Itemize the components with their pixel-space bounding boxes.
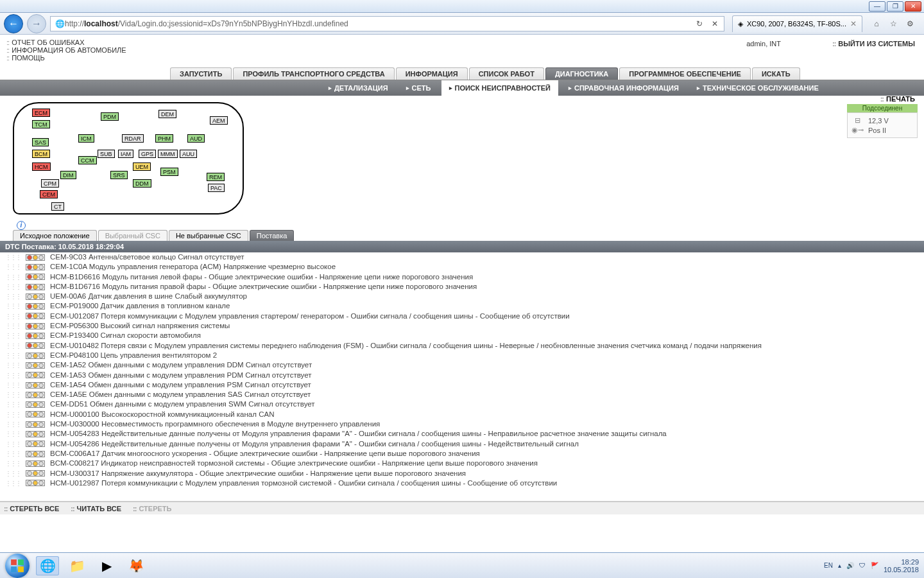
sub-tab-1[interactable]: СЕТЬ — [398, 80, 439, 96]
dtc-row[interactable]: ⋮⋮⋮HCM-B1D6716 Модуль питания правой фар… — [0, 282, 924, 292]
module-auu[interactable]: AUU — [180, 150, 197, 158]
module-dem[interactable]: DEM — [158, 110, 176, 118]
tray-clock[interactable]: 18:2910.05.2018 — [884, 558, 919, 574]
dtc-row[interactable]: ⋮⋮⋮BCM-C008217 Индикатор неисправностей … — [0, 459, 924, 468]
module-cpm[interactable]: CPM — [41, 179, 59, 188]
network-diagram[interactable]: ECMPDMDEMAEMTCMICMRDARPHMAUDSASSUBIAMGPS… — [13, 102, 244, 215]
home-icon[interactable]: ⌂ — [871, 19, 882, 29]
tray-flag-icon[interactable]: ▴ — [838, 562, 841, 569]
read-all-button[interactable]: ЧИТАТЬ ВСЕ — [71, 505, 121, 512]
module-dim[interactable]: DIM — [60, 171, 76, 179]
forward-button[interactable]: → — [27, 14, 46, 33]
module-rdar[interactable]: RDAR — [122, 134, 144, 143]
module-psm[interactable]: PSM — [160, 168, 178, 176]
refresh-icon[interactable]: ↻ — [694, 19, 705, 29]
main-tab-1[interactable]: ПРОФИЛЬ ТРАНСПОРТНОГО СРЕДСТВА — [233, 67, 394, 80]
module-srs[interactable]: SRS — [110, 171, 128, 179]
dtc-row[interactable]: ⋮⋮⋮HCM-U000100 Высокоскоростной коммуник… — [0, 410, 924, 419]
favorite-icon[interactable]: ☆ — [888, 19, 898, 29]
tray-network-icon[interactable]: 🔊 — [846, 562, 854, 569]
logout-link[interactable]: ВЫЙТИ ИЗ СИСТЕМЫ — [832, 40, 915, 48]
erase-all-button[interactable]: СТЕРЕТЬ ВСЕ — [4, 505, 59, 512]
module-ccm[interactable]: CCM — [78, 156, 97, 164]
module-iam[interactable]: IAM — [118, 150, 133, 158]
maximize-button[interactable]: ❐ — [887, 1, 903, 12]
main-tab-4[interactable]: ДИАГНОСТИКА — [545, 67, 618, 80]
start-button[interactable] — [5, 554, 30, 578]
dtc-row[interactable]: ⋮⋮⋮CEM-1A52 Обмен данными с модулем упра… — [0, 360, 924, 370]
stop-icon[interactable]: ✕ — [710, 19, 720, 29]
explorer-taskbar-icon[interactable]: 📁 — [65, 556, 89, 575]
close-button[interactable]: ✕ — [905, 1, 921, 12]
address-bar[interactable]: 🌐 http://localhost/Vida/Login.do;jsessio… — [50, 16, 724, 31]
ie-taskbar-icon[interactable]: 🌐 — [36, 556, 59, 575]
dtc-list[interactable]: ⋮⋮⋮CEM-9C03 Антенна/световое кольцо Сигн… — [0, 252, 924, 502]
back-button[interactable]: ← — [4, 14, 23, 33]
browser-tab[interactable]: ◈ XC90, 2007, B6324S, TF-80S... ✕ — [732, 15, 862, 32]
module-gps[interactable]: GPS — [139, 150, 156, 158]
dtc-row[interactable]: ⋮⋮⋮CEM-1A5E Обмен данными с модулем упра… — [0, 390, 924, 399]
module-tcm[interactable]: TCM — [32, 120, 50, 128]
dtc-row[interactable]: ⋮⋮⋮ECM-P019000 Датчик давления в топливн… — [0, 301, 924, 311]
module-aem[interactable]: AEM — [210, 116, 228, 125]
module-uem[interactable]: UEM — [133, 162, 151, 171]
module-hcm[interactable]: HCM — [32, 162, 51, 171]
dtc-row[interactable]: ⋮⋮⋮HCM-U054286 Недействительные данные п… — [0, 439, 924, 449]
module-ct[interactable]: CT — [51, 202, 64, 211]
sub-tab-2[interactable]: ПОИСК НЕИСПРАВНОСТЕЙ — [441, 80, 559, 96]
csc-tab-1[interactable]: Выбранный CSC — [98, 230, 167, 241]
dtc-row[interactable]: ⋮⋮⋮ECM-U010482 Потеря связи с Модулем уп… — [0, 341, 924, 351]
tray-icon2[interactable]: 🚩 — [871, 562, 878, 569]
sub-tab-3[interactable]: СПРАВОЧНАЯ ИНФОРМАЦИЯ — [561, 80, 687, 96]
dtc-row[interactable]: ⋮⋮⋮UEM-00A6 Датчик давления в шине Слабы… — [0, 292, 924, 301]
csc-tab-0[interactable]: Исходное положение — [13, 230, 97, 241]
info-icon[interactable]: i — [17, 221, 26, 230]
dtc-row[interactable]: ⋮⋮⋮CEM-9C03 Антенна/световое кольцо Сигн… — [0, 252, 924, 262]
dtc-row[interactable]: ⋮⋮⋮BCM-C006A17 Датчик многоосного ускоре… — [0, 449, 924, 459]
module-mmm[interactable]: MMM — [158, 150, 178, 158]
tray-lang[interactable]: EN — [824, 562, 833, 569]
minimize-button[interactable]: — — [869, 1, 886, 12]
module-ecm[interactable]: ECM — [32, 109, 50, 117]
module-pdm[interactable]: PDM — [101, 112, 119, 121]
wmp-taskbar-icon[interactable]: ▶ — [95, 556, 118, 575]
dtc-row[interactable]: ⋮⋮⋮CEM-1C0A Модуль управления генератора… — [0, 262, 924, 272]
module-bcm[interactable]: BCM — [32, 150, 50, 158]
module-sas[interactable]: SAS — [32, 138, 49, 146]
dtc-row[interactable]: ⋮⋮⋮HCM-U012987 Потеря коммуникации с Мод… — [0, 478, 924, 488]
dtc-row[interactable]: ⋮⋮⋮CEM-DD51 Обмен данными с модулем упра… — [0, 399, 924, 409]
dtc-row[interactable]: ⋮⋮⋮HCM-U030000 Несовместимость программн… — [0, 419, 924, 429]
dtc-row[interactable]: ⋮⋮⋮ECM-P048100 Цепь управления вентилято… — [0, 351, 924, 360]
main-tab-0[interactable]: ЗАПУСТИТЬ — [170, 67, 232, 80]
csc-tab-3[interactable]: Поставка — [250, 230, 295, 241]
dtc-row[interactable]: ⋮⋮⋮HCM-U054283 Недействительные данные п… — [0, 429, 924, 439]
module-sub[interactable]: SUB — [98, 150, 115, 158]
dtc-row[interactable]: ⋮⋮⋮CEM-1A53 Обмен данными с модулем упра… — [0, 371, 924, 380]
tools-icon[interactable]: ⚙ — [905, 19, 915, 29]
main-tab-6[interactable]: ИСКАТЬ — [752, 67, 800, 80]
csc-tab-2[interactable]: Не выбранные CSC — [169, 230, 248, 241]
link-error-report[interactable]: ОТЧЕТ ОБ ОШИБКАХ — [6, 39, 126, 46]
tray-icon[interactable]: 🛡 — [859, 562, 866, 569]
tab-close-icon[interactable]: ✕ — [850, 19, 857, 28]
firefox-taskbar-icon[interactable]: 🦊 — [124, 556, 148, 575]
dtc-row[interactable]: ⋮⋮⋮CEM-1A54 Обмен данными с модулем упра… — [0, 380, 924, 390]
main-tab-3[interactable]: СПИСОК РАБОТ — [469, 67, 544, 80]
dtc-row[interactable]: ⋮⋮⋮HCM-U300317 Напряжение аккумулятора -… — [0, 469, 924, 478]
link-help[interactable]: ПОМОЩЬ — [6, 54, 126, 62]
dtc-row[interactable]: ⋮⋮⋮ECM-U012087 Потеря коммуникации с Мод… — [0, 311, 924, 321]
module-rem[interactable]: REM — [207, 173, 225, 181]
sub-tab-4[interactable]: ТЕХНИЧЕСКОЕ ОБСЛУЖИВАНИЕ — [689, 80, 826, 96]
module-aud[interactable]: AUD — [187, 134, 205, 143]
module-cem[interactable]: CEM — [40, 190, 58, 198]
sub-tab-0[interactable]: ДЕТАЛИЗАЦИЯ — [321, 80, 396, 96]
module-ddm[interactable]: DDM — [133, 179, 151, 188]
module-pac[interactable]: PAC — [208, 184, 225, 192]
module-phm[interactable]: PHM — [155, 134, 173, 143]
main-tab-2[interactable]: ИНФОРМАЦИЯ — [396, 67, 468, 80]
dtc-row[interactable]: ⋮⋮⋮HCM-B1D6616 Модуль питания левой фары… — [0, 272, 924, 282]
dtc-row[interactable]: ⋮⋮⋮ECM-P056300 Высокий сигнал напряжения… — [0, 321, 924, 331]
link-vehicle-info[interactable]: ИНФОРМАЦИЯ ОБ АВТОМОБИЛЕ — [6, 46, 126, 54]
module-icm[interactable]: ICM — [78, 134, 94, 143]
dtc-row[interactable]: ⋮⋮⋮ECM-P193400 Сигнал скорости автомобил… — [0, 331, 924, 340]
